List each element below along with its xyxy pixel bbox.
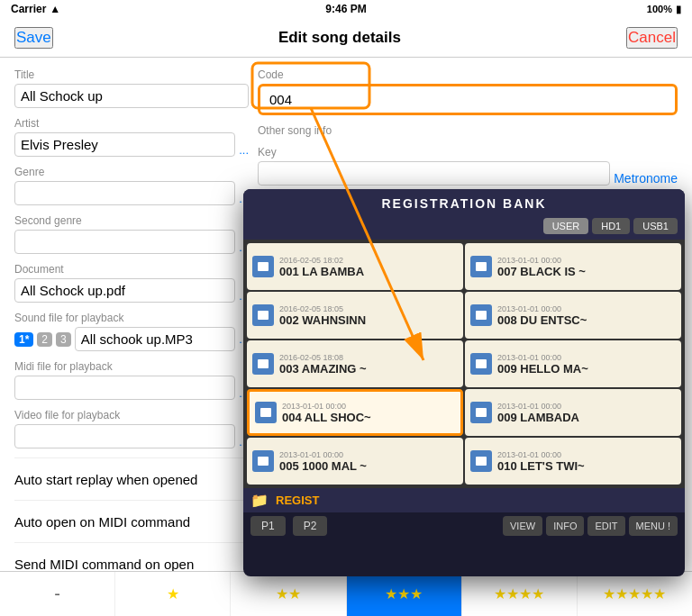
metronome-button[interactable]: Metronome [614,171,678,186]
reg-item-date-1: 2013-01-01 00:00 [497,256,676,265]
key-input[interactable] [258,161,610,186]
tab-three-star-label: ★★★ [385,585,423,602]
second-genre-input[interactable] [14,230,235,254]
title-input[interactable] [14,84,249,108]
tab-one-star[interactable]: ★ [115,572,231,616]
reg-item-2[interactable]: 2016-02-05 18:05 002 WAHNSINN [247,292,463,339]
page-title: Edit song details [278,29,401,47]
reg-item-date-3: 2013-01-01 00:00 [497,304,676,313]
reg-item-icon-3 [470,304,492,326]
artist-ellipsis-button[interactable]: ... [239,143,249,157]
svg-rect-0 [258,262,269,271]
reg-item-content-9: 2013-01-01 00:00 010 LET'S TWI~ [497,450,676,473]
p1-button[interactable]: P1 [250,516,286,536]
svg-rect-1 [476,262,487,271]
reg-item-name-7: 009 LAMBADA [497,411,676,424]
track-1-badge[interactable]: 1* [14,332,33,347]
tab-four-star[interactable]: ★★★★ [462,572,578,616]
status-time: 9:46 PM [325,3,366,15]
save-button[interactable]: Save [14,27,53,49]
reg-item-content-4: 2016-02-05 18:08 003 AMAZING ~ [279,353,458,376]
reg-item-name-3: 008 DU ENTSC~ [497,313,676,327]
battery-text: 100% [647,4,672,14]
sound-file-row: Sound file for playback 1* 2 3 ... [14,312,249,351]
reg-bank-title: REGISTRATION BANK [243,189,685,218]
reg-item-content-6: 2013-01-01 00:00 004 ALL SHOC~ [282,402,455,424]
document-label: Document [14,263,249,276]
video-file-input[interactable] [14,424,235,448]
reg-item-icon-5 [470,353,492,375]
reg-item-8[interactable]: 2013-01-01 00:00 005 1000 MAL ~ [247,438,463,485]
folder-icon: 📁 [250,492,269,509]
reg-item-content-8: 2013-01-01 00:00 005 1000 MAL ~ [279,450,458,473]
auto-start-label: Auto start replay when opened [14,472,197,487]
reg-tab-user[interactable]: USER [543,218,589,234]
reg-item-6[interactable]: 2013-01-01 00:00 004 ALL SHOC~ [247,389,463,436]
status-left: Carrier ▲ [11,3,60,15]
status-right: 100% ▮ [647,4,681,15]
reg-item-icon-8 [252,450,274,472]
reg-item-1[interactable]: 2013-01-01 00:00 007 BLACK IS ~ [465,243,681,290]
midi-file-input[interactable] [14,376,235,400]
view-button[interactable]: VIEW [503,516,542,536]
svg-rect-7 [476,408,487,417]
reg-item-content-1: 2013-01-01 00:00 007 BLACK IS ~ [497,256,676,278]
document-input[interactable] [14,278,235,303]
reg-item-name-9: 010 LET'S TWI~ [497,459,676,473]
svg-rect-6 [260,408,271,417]
reg-item-9[interactable]: 2013-01-01 00:00 010 LET'S TWI~ [465,438,681,485]
reg-item-5[interactable]: 2013-01-01 00:00 009 HELLO MA~ [465,340,681,387]
reg-item-name-6: 004 ALL SHOC~ [282,411,455,424]
genre-row: Genre ... [14,166,249,205]
reg-item-name-4: 003 AMAZING ~ [279,362,458,376]
reg-tab-usb1[interactable]: USB1 [633,218,678,234]
svg-rect-2 [258,311,269,320]
wifi-icon: ▲ [50,3,60,15]
nav-bar: Save Edit song details Cancel [0,18,692,58]
cancel-button[interactable]: Cancel [626,27,678,49]
other-song-info-row: Other song info [258,124,678,137]
genre-input[interactable] [14,181,235,205]
reg-item-name-1: 007 BLACK IS ~ [497,265,676,278]
track-2-badge[interactable]: 2 [37,332,52,347]
registration-bank-overlay: REGISTRATION BANK USER HD1 USB1 2016-02-… [243,189,685,576]
second-genre-row: Second genre ... [14,214,249,254]
reg-item-7[interactable]: 2013-01-01 00:00 009 LAMBADA [465,389,681,436]
status-bar: Carrier ▲ 9:46 PM 100% ▮ [0,0,692,18]
tab-five-star-label: ★★★★★ [603,585,666,602]
second-genre-label: Second genre [14,214,249,227]
regist-label: REGIST [276,494,319,507]
artist-row: Artist ... [14,117,249,157]
artist-input[interactable] [14,132,235,157]
tab-minus[interactable]: - [0,572,115,616]
reg-item-name-2: 002 WAHNSINN [279,313,458,327]
reg-item-content-3: 2013-01-01 00:00 008 DU ENTSC~ [497,304,676,327]
reg-tab-hd1[interactable]: HD1 [592,218,630,234]
send-midi-label: Send MIDI command on open [14,557,194,572]
reg-item-content-2: 2016-02-05 18:05 002 WAHNSINN [279,304,458,327]
reg-item-0[interactable]: 2016-02-05 18:02 001 LA BAMBA [247,243,463,290]
battery-icon: ▮ [676,4,681,15]
sound-file-input[interactable] [75,327,235,351]
carrier-text: Carrier [11,3,46,15]
svg-rect-5 [476,359,487,368]
edit-button[interactable]: EDIT [587,516,624,536]
track-3-badge[interactable]: 3 [56,332,71,347]
reg-item-4[interactable]: 2016-02-05 18:08 003 AMAZING ~ [247,340,463,387]
menu-button[interactable]: MENU ! [629,516,678,536]
reg-bank-grid: 2016-02-05 18:02 001 LA BAMBA 2013-01-01… [243,240,685,488]
code-input[interactable] [264,88,336,111]
artist-label: Artist [14,117,249,130]
tab-two-star[interactable]: ★★ [231,572,346,616]
midi-file-label: Midi file for playback [14,360,249,373]
video-file-row: Video file for playback ... [14,409,249,448]
reg-item-content-0: 2016-02-05 18:02 001 LA BAMBA [279,256,458,278]
reg-item-date-9: 2013-01-01 00:00 [497,450,676,459]
reg-bank-actions: P1 P2 VIEW INFO EDIT MENU ! [243,512,685,539]
video-file-label: Video file for playback [14,409,249,421]
tab-five-star[interactable]: ★★★★★ [578,572,692,616]
p2-button[interactable]: P2 [293,516,328,536]
tab-three-star[interactable]: ★★★ [347,572,462,616]
reg-item-3[interactable]: 2013-01-01 00:00 008 DU ENTSC~ [465,292,681,339]
info-button[interactable]: INFO [546,516,584,536]
